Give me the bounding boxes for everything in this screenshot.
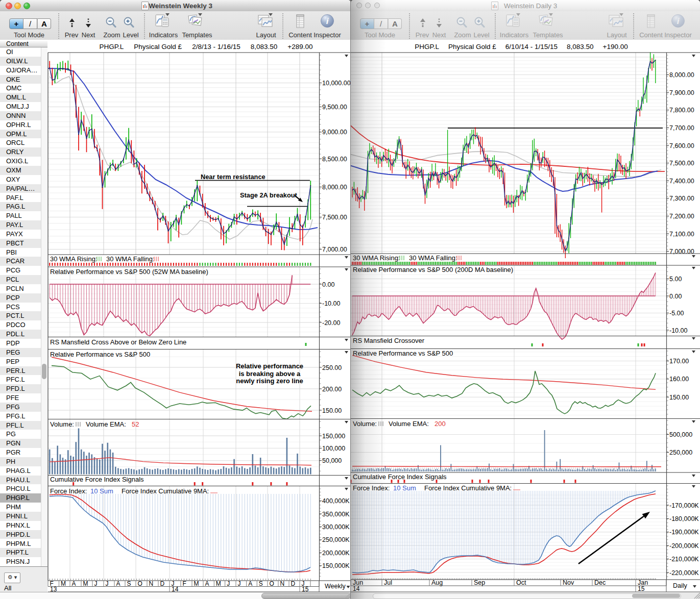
- svg-text:Force Index Cumulative 9MA:: Force Index Cumulative 9MA:: [122, 487, 209, 495]
- svg-text:9,500.00: 9,500.00: [322, 104, 347, 111]
- svg-text:9,000.00: 9,000.00: [322, 129, 347, 136]
- svg-text:160.00: 160.00: [669, 376, 689, 383]
- svg-text:J: J: [94, 580, 98, 587]
- svg-text:350,000K: 350,000K: [322, 511, 350, 518]
- svg-text:10 Sum: 10 Sum: [90, 487, 113, 495]
- svg-text:7,000.00: 7,000.00: [322, 246, 347, 253]
- svg-text:200,000K: 200,000K: [322, 550, 350, 557]
- svg-text:J: J: [238, 580, 241, 587]
- svg-text:8,000.00: 8,000.00: [669, 71, 694, 79]
- svg-text:8,500.00: 8,500.00: [322, 156, 347, 163]
- svg-text:-180,000K: -180,000K: [669, 515, 699, 522]
- svg-text:is breaking above a: is breaking above a: [239, 370, 301, 378]
- svg-text:newly rising zero line: newly rising zero line: [236, 377, 303, 385]
- svg-text:8,000.00: 8,000.00: [322, 184, 347, 191]
- svg-text:Near term resistance: Near term resistance: [201, 173, 265, 181]
- svg-text:30 WMA Rising:: 30 WMA Rising:: [50, 255, 97, 263]
- svg-text:Stage 2A breakout: Stage 2A breakout: [240, 191, 298, 199]
- svg-text:52: 52: [132, 420, 139, 428]
- svg-text:M: M: [61, 580, 66, 587]
- svg-text:Dec: Dec: [594, 579, 606, 586]
- svg-text:-170,000K: -170,000K: [669, 502, 699, 509]
- svg-text:14: 14: [172, 586, 179, 593]
- svg-text:Volume EMA:: Volume EMA:: [86, 420, 126, 428]
- svg-text:50,000: 50,000: [322, 457, 342, 464]
- svg-text:A: A: [116, 580, 120, 587]
- svg-text:D: D: [291, 580, 296, 587]
- svg-text:Daily: Daily: [673, 582, 688, 589]
- svg-text:Oct: Oct: [516, 579, 526, 586]
- svg-text:-190,000K: -190,000K: [669, 529, 699, 536]
- svg-text:250,000: 250,000: [669, 449, 692, 456]
- svg-text:170.00: 170.00: [669, 358, 689, 365]
- svg-text:Force Index:: Force Index:: [50, 487, 87, 495]
- svg-text:7,600.00: 7,600.00: [669, 142, 694, 149]
- svg-text:7,500.00: 7,500.00: [322, 214, 347, 221]
- svg-text:7,500.00: 7,500.00: [669, 160, 694, 167]
- svg-text:Jul: Jul: [384, 579, 392, 586]
- svg-text:7,100.00: 7,100.00: [669, 231, 694, 238]
- svg-text:100,000: 100,000: [322, 445, 345, 452]
- svg-text:30 WMA Falling:: 30 WMA Falling:: [106, 255, 155, 263]
- svg-text:Force Index Cumulative 9MA:: Force Index Cumulative 9MA:: [424, 484, 512, 492]
- svg-text:D: D: [160, 580, 165, 587]
- svg-text:Volume:: Volume:: [50, 420, 74, 428]
- svg-text:M: M: [216, 580, 221, 587]
- svg-text:Force Index:: Force Index:: [353, 484, 390, 492]
- svg-text:RS Mansfield Crossover: RS Mansfield Crossover: [353, 337, 425, 344]
- svg-text:150.00: 150.00: [669, 394, 689, 401]
- svg-text:Relative Performance vs S&P 50: Relative Performance vs S&P 500: [353, 350, 453, 357]
- svg-text:Nov: Nov: [563, 579, 574, 586]
- svg-text:A: A: [72, 580, 76, 587]
- svg-text:300,000K: 300,000K: [322, 523, 350, 531]
- svg-text:30 WMA Falling:: 30 WMA Falling:: [409, 254, 457, 262]
- svg-text:O: O: [138, 580, 142, 587]
- svg-text:J: J: [227, 580, 230, 587]
- svg-text:14: 14: [353, 585, 360, 592]
- svg-text:15: 15: [638, 585, 645, 592]
- svg-text:0.00: 0.00: [669, 293, 682, 300]
- svg-text:13: 13: [50, 586, 57, 593]
- svg-text:N: N: [280, 580, 285, 587]
- svg-text:Relative Performance vs S&P 50: Relative Performance vs S&P 500 (200D MA…: [353, 266, 513, 273]
- svg-text:Sep: Sep: [474, 579, 485, 586]
- svg-text:250.00: 250.00: [322, 364, 342, 371]
- svg-text:Cumulative Force Index Signals: Cumulative Force Index Signals: [50, 476, 144, 483]
- svg-text:N: N: [149, 580, 154, 587]
- svg-text:400,000K: 400,000K: [322, 497, 350, 505]
- svg-text:Volume:: Volume:: [353, 420, 377, 428]
- svg-text:10 Sum: 10 Sum: [393, 484, 416, 492]
- svg-text:Aug: Aug: [431, 579, 443, 586]
- svg-text:10,000.00: 10,000.00: [322, 80, 351, 87]
- svg-text:Relative performance: Relative performance: [236, 362, 303, 370]
- svg-text:150,000K: 150,000K: [322, 562, 350, 569]
- svg-text:-10.00: -10.00: [669, 327, 687, 334]
- svg-text:0.00: 0.00: [322, 281, 334, 288]
- svg-text:Volume EMA:: Volume EMA:: [389, 420, 429, 428]
- svg-text:M: M: [194, 580, 199, 587]
- svg-text:A: A: [205, 580, 209, 587]
- svg-text:Weekly: Weekly: [325, 583, 346, 590]
- svg-text:30 WMA Rising:: 30 WMA Rising:: [353, 254, 400, 262]
- svg-text:J: J: [106, 580, 109, 587]
- svg-text:Cumulative Force Index Signals: Cumulative Force Index Signals: [353, 473, 447, 481]
- svg-text:-220,000K: -220,000K: [669, 569, 699, 577]
- svg-text:F: F: [183, 580, 186, 587]
- svg-text:RS Mansfield Cross Above or Be: RS Mansfield Cross Above or Below Zero L…: [50, 338, 186, 346]
- svg-text:O: O: [270, 580, 274, 587]
- svg-text:-5.00: -5.00: [669, 310, 684, 317]
- svg-text:Relative Performance vs S&P 50: Relative Performance vs S&P 500 (52W MA …: [50, 268, 208, 276]
- svg-text:200.00: 200.00: [322, 386, 342, 393]
- svg-text:7,800.00: 7,800.00: [669, 107, 694, 114]
- svg-text:-20.00: -20.00: [322, 319, 340, 327]
- svg-text:S: S: [127, 580, 131, 587]
- svg-text:150.00: 150.00: [322, 407, 342, 414]
- svg-text:M: M: [83, 580, 88, 587]
- svg-text:7,200.00: 7,200.00: [669, 213, 694, 220]
- svg-text:200: 200: [435, 420, 446, 428]
- svg-text:-10.00: -10.00: [322, 300, 340, 307]
- svg-text:A: A: [248, 580, 252, 587]
- svg-text:7,300.00: 7,300.00: [669, 195, 694, 202]
- svg-text:-200,000K: -200,000K: [669, 542, 699, 550]
- svg-text:500,000: 500,000: [669, 431, 692, 438]
